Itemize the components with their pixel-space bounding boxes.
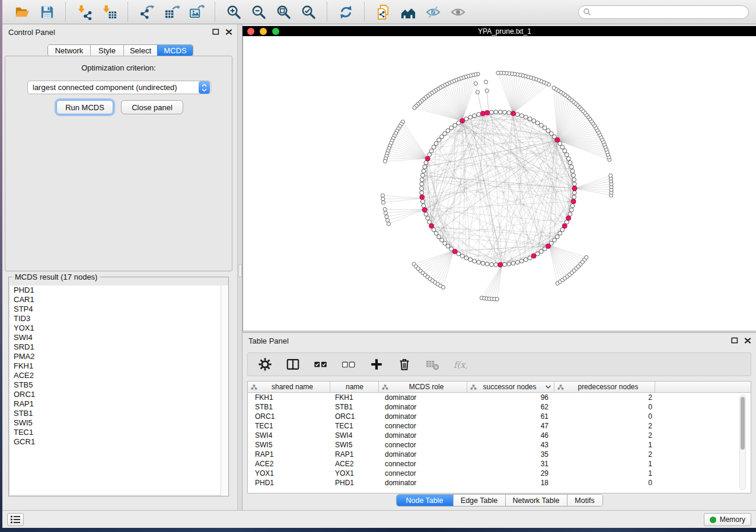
table-row[interactable]: TEC1TEC1connector472 <box>248 421 751 431</box>
tab-network[interactable]: Network <box>48 45 90 56</box>
column-header-shared-name[interactable]: shared name <box>248 382 330 392</box>
mcds-result-item[interactable]: SWI4 <box>10 333 227 342</box>
overview-icon[interactable] <box>399 3 417 21</box>
mcds-result-item[interactable]: STP4 <box>10 305 227 314</box>
close-panel-button[interactable]: Close panel <box>121 100 183 114</box>
cell-mcds-role: dominator <box>379 431 467 440</box>
table-row[interactable]: ACE2ACE2connector311 <box>248 459 751 469</box>
table-panel-title: Table Panel <box>248 336 289 345</box>
table-row[interactable]: ORC1ORC1dominator610 <box>248 412 751 421</box>
column-header-mcds-role[interactable]: MCDS role <box>379 382 467 392</box>
table-row[interactable]: STB1STB1dominator620 <box>248 402 751 412</box>
cell-predecessor-nodes: 0 <box>554 412 655 421</box>
tab-edge-table[interactable]: Edge Table <box>453 495 505 506</box>
table-scrollbar-thumb[interactable] <box>741 397 745 450</box>
mcds-result-item[interactable]: SRD1 <box>10 342 227 352</box>
cell-mcds-role: connector <box>379 440 467 450</box>
control-panel-tabs: NetworkStyleSelectMCDS <box>47 44 193 56</box>
export-image-icon[interactable] <box>187 3 205 21</box>
column-header-predecessor-nodes[interactable]: predecessor nodes <box>554 382 655 392</box>
table-row[interactable]: YOX1YOX1connector291 <box>248 469 751 478</box>
splitter-grip[interactable] <box>238 264 242 277</box>
import-table-icon[interactable] <box>100 3 118 21</box>
tab-network-table[interactable]: Network Table <box>505 495 567 506</box>
mcds-result-item[interactable]: ACE2 <box>10 371 227 380</box>
mcds-result-item[interactable]: PMA2 <box>10 352 227 361</box>
show-columns-icon[interactable] <box>285 357 301 372</box>
add-row-icon[interactable] <box>369 357 384 372</box>
show-graphics-details-icon[interactable] <box>449 3 467 21</box>
column-header-successor-nodes[interactable]: successor nodes <box>467 382 554 392</box>
cell-name: TEC1 <box>330 421 379 431</box>
cell-predecessor-nodes: 2 <box>554 431 655 440</box>
mcds-result-item[interactable]: RAP1 <box>10 399 227 409</box>
table-row[interactable]: SWI5SWI5connector431 <box>248 440 751 450</box>
export-table-icon[interactable] <box>162 3 180 21</box>
tab-node-table[interactable]: Node Table <box>397 495 453 506</box>
mcds-result-item[interactable]: STB5 <box>10 380 227 390</box>
zoom-out-icon[interactable] <box>250 3 267 21</box>
table-row[interactable]: PHD1PHD1dominator180 <box>248 478 751 488</box>
mcds-result-item[interactable]: STB1 <box>10 409 227 418</box>
hide-graphics-details-icon[interactable] <box>424 3 442 21</box>
tab-mcds[interactable]: MCDS <box>157 45 193 56</box>
zoom-fit-content-icon[interactable] <box>275 3 292 21</box>
mcds-result-item[interactable]: GCR1 <box>10 437 227 447</box>
window-minimize-icon[interactable] <box>260 28 267 35</box>
cell-mcds-role: dominator <box>379 450 467 459</box>
mcds-result-item[interactable]: CAR1 <box>10 295 227 305</box>
window-maximize-icon[interactable] <box>272 28 279 35</box>
search-box[interactable] <box>578 5 749 19</box>
export-web-icon[interactable] <box>374 3 392 21</box>
dropdown-stepper-icon <box>199 81 210 94</box>
memory-button[interactable]: Memory <box>704 513 751 526</box>
mcds-result-item[interactable]: FKH1 <box>10 361 227 371</box>
table-scrollbar[interactable] <box>739 395 746 490</box>
mcds-result-scrollbar[interactable] <box>221 286 228 496</box>
table-panel: Table Panel shared namenameMCDS rolesucc… <box>243 333 756 510</box>
tab-motifs[interactable]: Motifs <box>567 495 602 506</box>
settings-icon[interactable] <box>257 357 273 372</box>
control-panel-header: Control Panel <box>2 24 237 40</box>
delete-rows-icon[interactable] <box>397 357 412 372</box>
save-session-icon[interactable] <box>38 3 56 21</box>
column-header-name[interactable]: name <box>330 382 379 392</box>
run-mcds-button[interactable]: Run MCDS <box>56 100 113 114</box>
close-panel-icon[interactable] <box>225 28 232 36</box>
open-file-icon[interactable] <box>13 3 31 21</box>
shared-column-icon <box>557 384 564 390</box>
import-network-icon[interactable] <box>75 3 93 21</box>
export-network-icon[interactable] <box>138 3 155 21</box>
mcds-result-item[interactable]: PHD1 <box>10 286 227 295</box>
mcds-result-item[interactable]: TID3 <box>10 314 227 323</box>
select-all-rows-icon[interactable] <box>313 357 328 372</box>
vertical-splitter[interactable] <box>237 24 243 510</box>
network-view-canvas[interactable] <box>243 36 756 331</box>
mcds-result-item[interactable]: YOX1 <box>10 323 227 333</box>
tab-style[interactable]: Style <box>90 45 123 56</box>
network-graph[interactable] <box>243 36 756 331</box>
zoom-selected-icon[interactable] <box>299 3 317 21</box>
table-row[interactable]: FKH1FKH1dominator962 <box>248 393 751 402</box>
tab-select[interactable]: Select <box>123 45 157 56</box>
table-row[interactable]: RAP1RAP1dominator352 <box>248 450 751 459</box>
mcds-result-item[interactable]: ORC1 <box>10 390 227 399</box>
close-table-panel-icon[interactable] <box>744 337 751 344</box>
criterion-dropdown[interactable]: largest connected component (undirected) <box>27 81 211 94</box>
float-table-panel-icon[interactable] <box>731 337 738 344</box>
zoom-in-icon[interactable] <box>225 3 243 21</box>
cell-predecessor-nodes: 1 <box>554 459 655 469</box>
window-close-icon[interactable] <box>247 28 254 35</box>
list-menu-icon <box>9 515 21 524</box>
mcds-result-item[interactable]: TEC1 <box>10 428 227 437</box>
memory-label: Memory <box>720 515 745 524</box>
cell-mcds-role: dominator <box>379 393 467 402</box>
cell-name: PHD1 <box>330 478 379 488</box>
table-row[interactable]: SWI4SWI4dominator462 <box>248 431 751 440</box>
deselect-all-rows-icon[interactable] <box>341 357 356 372</box>
search-input[interactable] <box>591 7 748 18</box>
refresh-view-icon[interactable] <box>337 3 355 21</box>
float-panel-icon[interactable] <box>212 28 219 36</box>
task-history-button[interactable] <box>7 513 24 526</box>
mcds-result-item[interactable]: SWI5 <box>10 418 227 428</box>
